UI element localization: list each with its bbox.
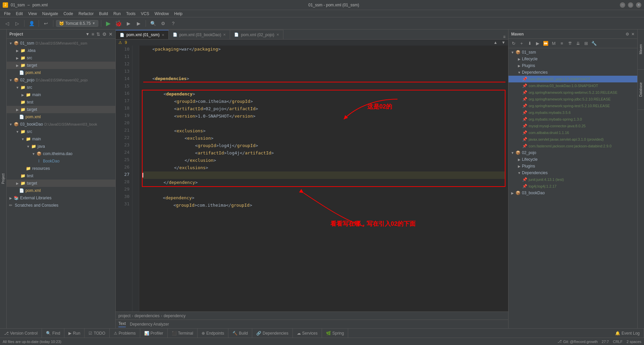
maven-dep-mybatis[interactable]: 📌 org.mybatis:mybatis:3.5.6 [508, 109, 637, 116]
maven-dep-junit[interactable]: 📌 junit:junit:4.13.1 (test) [508, 176, 637, 183]
tab-pom-02pojo[interactable]: 📄 pom.xml (02_pojo) ✕ [230, 30, 283, 39]
menu-vcs[interactable]: VCS [138, 11, 152, 17]
close-button[interactable]: ✕ [636, 2, 641, 8]
maven-dep-webmvc[interactable]: 📌 org.springframework:spring-webmvc:5.2.… [508, 89, 637, 96]
undo-button[interactable]: ↩ [42, 19, 50, 28]
tree-item-target2[interactable]: ▶ 📁 target [7, 106, 115, 113]
bottom-tab-endpoints[interactable]: ⊕ Endpoints [198, 329, 228, 338]
maven-dep-servlet[interactable]: 📌 javax.servlet:javax.servlet-api:3.1.0 … [508, 136, 637, 143]
tree-item-03-bookdao[interactable]: ▼ 📦 03_bookDao D:\Java01\SSM\maven\03_bo… [7, 121, 115, 128]
git-branch[interactable]: ⎇ Git: @Record.growth [557, 339, 598, 344]
coverage-button[interactable]: ▶ [124, 19, 133, 28]
maven-refresh-button[interactable]: ↻ [510, 40, 517, 47]
settings-project-button[interactable]: ⚙ [102, 31, 107, 37]
warning-up-button[interactable]: ▲ [493, 40, 497, 45]
tree-item-main2[interactable]: ▶ 📁 main [7, 91, 115, 98]
bottom-tab-problems[interactable]: ⚠ Problems [110, 329, 140, 338]
settings-button[interactable]: ⚙ [159, 19, 167, 28]
collapse-all-button[interactable]: ≡ [92, 31, 94, 37]
maven-dep-mysql[interactable]: 📌 mysql:mysql-connector-java:8.0.25 [508, 123, 637, 129]
tab-close-button[interactable]: ✕ [162, 33, 164, 37]
tree-item-external[interactable]: ▶ 📚 External Libraries [7, 194, 115, 202]
maven-settings2-button[interactable]: M [550, 40, 557, 47]
maven-group-button[interactable]: ⊞ [582, 40, 590, 47]
maximize-button[interactable]: □ [628, 2, 633, 8]
code-area[interactable]: <packaging>war</packaging> <dependencies… [139, 46, 508, 312]
menu-edit[interactable]: Edit [13, 11, 25, 17]
tree-item-test3[interactable]: 📁 test [7, 172, 115, 180]
maven-dep-test[interactable]: 📌 org.springframework:spring-test:5.2.10… [508, 102, 637, 109]
indent-indicator[interactable]: 2 spaces [627, 340, 641, 344]
maven-deps-02[interactable]: ▼ Dependencies [508, 169, 637, 176]
menu-file[interactable]: File [1, 11, 13, 17]
tab-close-button[interactable]: ✕ [223, 33, 226, 37]
breadcrumb-dependency[interactable]: dependency [164, 314, 185, 318]
tab-pom-01ssm[interactable]: 📄 pom.xml (01_ssm) ✕ [116, 30, 169, 39]
tree-item-resources[interactable]: 📁 resources [7, 165, 115, 172]
warning-down-button[interactable]: ▼ [501, 40, 505, 45]
bottom-tab-run[interactable]: ▶ Run [64, 329, 85, 338]
tree-item-pom1[interactable]: 📄 pom.xml [7, 69, 115, 76]
tree-item-idea[interactable]: ▶ 📁 .idea [7, 47, 115, 54]
tree-item-test2[interactable]: 📁 test [7, 98, 115, 106]
maven-lifecycle-02[interactable]: ▶ Lifecycle [508, 156, 637, 163]
maven-add-button[interactable]: + [518, 40, 525, 47]
project-sidebar-tab[interactable]: Project [0, 29, 6, 328]
maven-collapse-button[interactable]: ⇈ [566, 40, 574, 47]
tree-item-com[interactable]: ▼ 📦 com.itheima.dao [7, 150, 115, 157]
menu-view[interactable]: View [25, 11, 40, 17]
maven-lifecycle-01[interactable]: ▶ Lifecycle [508, 56, 637, 62]
tree-item-java3[interactable]: ▼ 📁 java [7, 143, 115, 150]
maven-align-button[interactable]: ≡ [558, 40, 566, 47]
tree-item-target[interactable]: ▶ 📁 target [7, 62, 115, 69]
help-button[interactable]: ? [169, 19, 177, 28]
menu-run[interactable]: Run [111, 11, 123, 17]
breadcrumb-dependencies[interactable]: dependencies [135, 314, 160, 318]
tab-close-button[interactable]: ✕ [276, 33, 279, 37]
tree-item-src2[interactable]: ▼ 📁 src [7, 84, 115, 91]
menu-refactor[interactable]: Refactor [76, 11, 96, 17]
bottom-tab-build[interactable]: 🔨 Build [228, 329, 252, 338]
maven-expand-button[interactable]: ⇊ [574, 40, 582, 47]
maven-dep-jdbc[interactable]: 📌 org.springframework:spring-jdbc:5.2.10… [508, 96, 637, 102]
tree-item-pom3[interactable]: 📄 pom.xml [7, 187, 115, 194]
maven-dep-druid[interactable]: 📌 com.alibaba:druid:1.1.16 [508, 129, 637, 136]
maven-skip-button[interactable]: ⏩ [542, 40, 549, 47]
forward-button[interactable]: ▷ [13, 19, 21, 28]
bottom-tab-event-log[interactable]: 🔔 Event Log [611, 329, 644, 338]
tree-item-bookdao[interactable]: I BookDao [7, 157, 115, 165]
bottom-tab-todo[interactable]: ☑ TODO [85, 329, 109, 338]
maven-settings-button[interactable]: ⚙ [626, 32, 629, 37]
debug-button[interactable]: 🐞 [114, 19, 123, 28]
menu-window[interactable]: Window [152, 11, 172, 17]
maven-dep-03bookdao[interactable]: 📌 com.itheima:03_bookDao:1.0-SNAPSHOT [508, 82, 637, 89]
maven-module-03bookdao[interactable]: ▶ 📦 03_bookDao [508, 190, 637, 196]
tree-item-01-ssm[interactable]: ▼ 📦 01_ssm D:\Java01\SSM\maven\01_ssm [7, 40, 115, 47]
maven-sidebar-tab[interactable]: Maven [638, 29, 644, 70]
bottom-tab-profiler[interactable]: 📊 Profiler [140, 329, 168, 338]
bottom-tab-find[interactable]: 🔍 Find [42, 329, 64, 338]
maven-deps-01[interactable]: ▼ Dependencies [508, 69, 637, 76]
maven-module-01ssm[interactable]: ▼ 📦 01_ssm [508, 49, 637, 56]
bottom-tab-services[interactable]: ☁ Services [293, 329, 322, 338]
maven-dep-jackson[interactable]: 📌 com.fasterxml.jackson.core:jackson-dat… [508, 143, 637, 149]
maven-module-02pojo[interactable]: ▼ 📦 02_pojo [508, 149, 637, 156]
tree-item-scratches[interactable]: ✏ Scratches and Consoles [7, 202, 115, 209]
encoding-indicator[interactable]: CRLF [613, 340, 623, 344]
bottom-tab-spring[interactable]: 🌿 Spring [322, 329, 348, 338]
position-indicator[interactable]: 27:7 [602, 340, 609, 344]
maven-dep-log4j[interactable]: 📌 log4j:log4j:1.2.17 [508, 183, 637, 190]
close-project-button[interactable]: ✕ [109, 31, 113, 37]
profile-button[interactable]: 👤 [27, 19, 36, 28]
tree-item-main3[interactable]: ▼ 📁 main [7, 135, 115, 143]
database-sidebar-tab[interactable]: Database [638, 70, 644, 110]
menu-code[interactable]: Code [61, 11, 76, 17]
bottom-tab-dependencies[interactable]: 🔗 Dependencies [252, 329, 293, 338]
menu-help[interactable]: Help [171, 11, 185, 17]
profile-run-button[interactable]: ▶ [134, 19, 143, 28]
maven-dep-02pojo[interactable]: 📌 com.itheima:02_pojo:1.0-SNAPSHOT [508, 76, 637, 82]
project-dropdown-icon[interactable]: ▼ [86, 32, 90, 37]
tab-dep-analyzer[interactable]: Dependency Analyzer [130, 322, 169, 327]
run-button[interactable]: ▶ [104, 19, 113, 28]
menu-navigate[interactable]: Navigate [40, 11, 61, 17]
